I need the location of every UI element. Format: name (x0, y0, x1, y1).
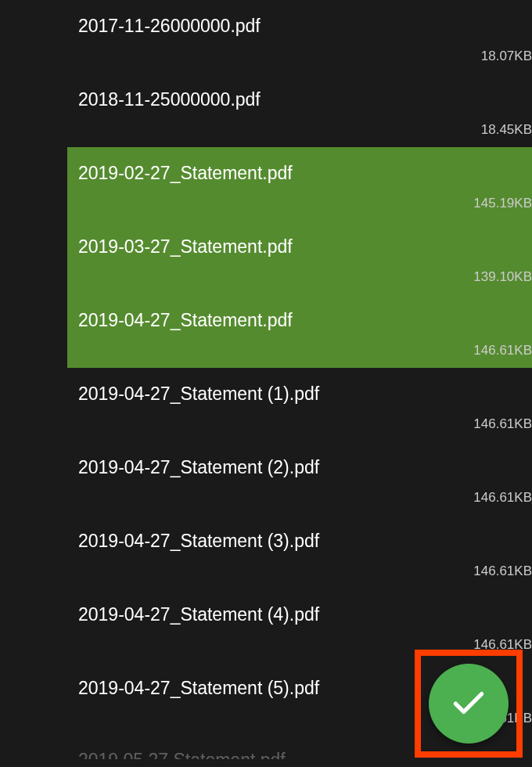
file-size-label: 139.10KB (473, 269, 532, 285)
file-name-label: 2019-04-27_Statement (2).pdf (78, 457, 532, 478)
file-row[interactable]: 2019-02-27_Statement.pdf145.19KB (0, 147, 532, 221)
file-row[interactable]: 2019-04-27_Statement (1).pdf146.61KB (0, 368, 532, 441)
file-size-label: 146.61KB (473, 416, 532, 432)
checkmark-icon (449, 682, 488, 725)
file-name-label: 2018-11-25000000.pdf (78, 89, 532, 110)
row-indent (0, 368, 67, 441)
file-name-label: 2017-11-26000000.pdf (78, 16, 532, 37)
file-row[interactable]: 2018-11-25000000.pdf18.45KB (0, 74, 532, 147)
row-indent (0, 0, 67, 74)
file-row[interactable]: 2019-04-27_Statement (2).pdf146.61KB (0, 441, 532, 515)
row-indent (0, 294, 67, 368)
file-row[interactable]: 2019-04-27_Statement (3).pdf146.61KB (0, 515, 532, 589)
file-size-label: 18.07KB (481, 49, 532, 64)
file-size-label: 146.61KB (473, 490, 532, 506)
file-name-label: 2019-04-27_Statement.pdf (78, 310, 532, 331)
row-indent (0, 515, 67, 589)
file-row[interactable]: 2019-04-27_Statement.pdf146.61KB (0, 294, 532, 368)
file-size-label: 146.61KB (473, 343, 532, 358)
row-indent (0, 589, 67, 662)
row-indent (0, 662, 67, 736)
file-name-label: 2019-04-27_Statement (3).pdf (78, 531, 532, 552)
row-indent (0, 74, 67, 147)
confirm-fab-button[interactable] (429, 664, 509, 744)
file-name-label: 2019-04-27_Statement (1).pdf (78, 384, 532, 405)
row-indent (0, 147, 67, 221)
file-row[interactable]: 2019-03-27_Statement.pdf139.10KB (0, 221, 532, 294)
row-indent (0, 441, 67, 515)
file-size-label: 146.61KB (473, 564, 532, 579)
file-size-label: 18.45KB (481, 122, 532, 138)
row-indent (0, 221, 67, 294)
file-row[interactable]: 2017-11-26000000.pdf18.07KB (0, 0, 532, 74)
file-size-label: 145.19KB (473, 196, 532, 211)
file-name-label: 2019-03-27_Statement.pdf (78, 236, 532, 257)
file-name-label: 2019-02-27_Statement.pdf (78, 163, 532, 184)
file-name-label: 2019-04-27_Statement (4).pdf (78, 604, 532, 625)
fab-highlight-box (415, 650, 523, 758)
